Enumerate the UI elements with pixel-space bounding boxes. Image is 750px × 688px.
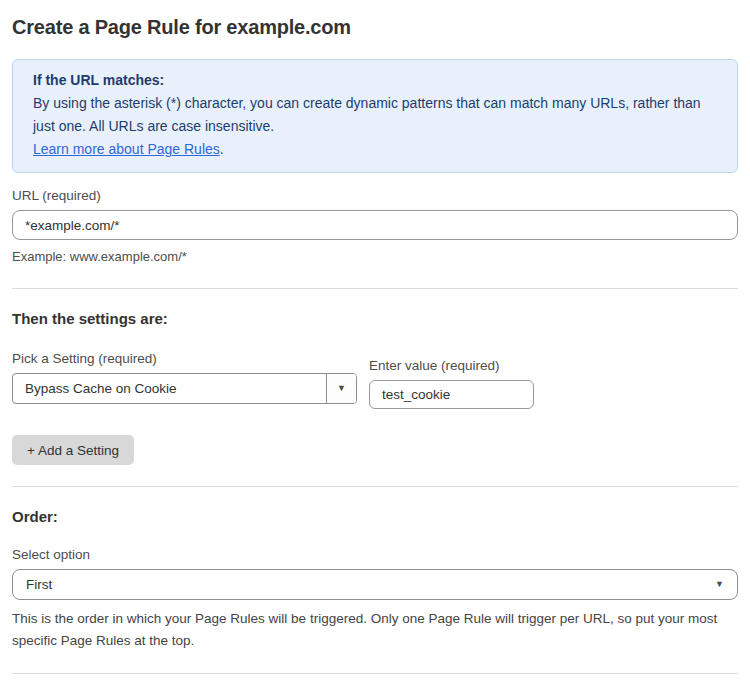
settings-section-heading: Then the settings are: [12,310,738,327]
order-selected-value: First [26,577,52,592]
url-section: URL (required) Example: www.example.com/… [12,188,738,267]
chevron-down-icon: ▼ [337,384,346,393]
enter-value-label: Enter value (required) [369,358,534,373]
pick-setting-dropdown[interactable]: Bypass Cache on Cookie ▼ [12,373,357,404]
pick-setting-label: Pick a Setting (required) [12,351,357,366]
url-matches-info-box: If the URL matches: By using the asteris… [12,59,738,173]
url-example-helper: Example: www.example.com/* [12,247,738,267]
order-select[interactable]: First ▼ [12,569,738,600]
url-label: URL (required) [12,188,738,203]
create-page-rule-form: Create a Page Rule for example.com If th… [0,0,750,688]
enter-value-column: Enter value (required) [369,358,534,409]
chevron-down-icon: ▼ [715,580,724,589]
divider [12,486,738,487]
info-link-row: Learn more about Page Rules. [33,138,717,161]
page-title: Create a Page Rule for example.com [12,16,738,39]
select-option-label: Select option [12,547,738,562]
url-input[interactable] [12,210,738,240]
pick-setting-selected-value: Bypass Cache on Cookie [13,374,326,403]
pick-setting-column: Pick a Setting (required) Bypass Cache o… [12,351,357,404]
divider [12,288,738,289]
dropdown-arrow-button[interactable]: ▼ [326,374,356,403]
divider [12,673,738,674]
link-suffix: . [220,141,224,157]
info-box-body: By using the asterisk (*) character, you… [33,92,717,138]
setting-value-input[interactable] [369,380,534,409]
order-helper-text: This is the order in which your Page Rul… [12,608,738,652]
info-box-heading: If the URL matches: [33,69,717,92]
learn-more-link[interactable]: Learn more about Page Rules [33,141,220,157]
order-section-heading: Order: [12,508,738,525]
add-setting-button[interactable]: + Add a Setting [12,435,134,465]
setting-row: Pick a Setting (required) Bypass Cache o… [12,351,738,409]
